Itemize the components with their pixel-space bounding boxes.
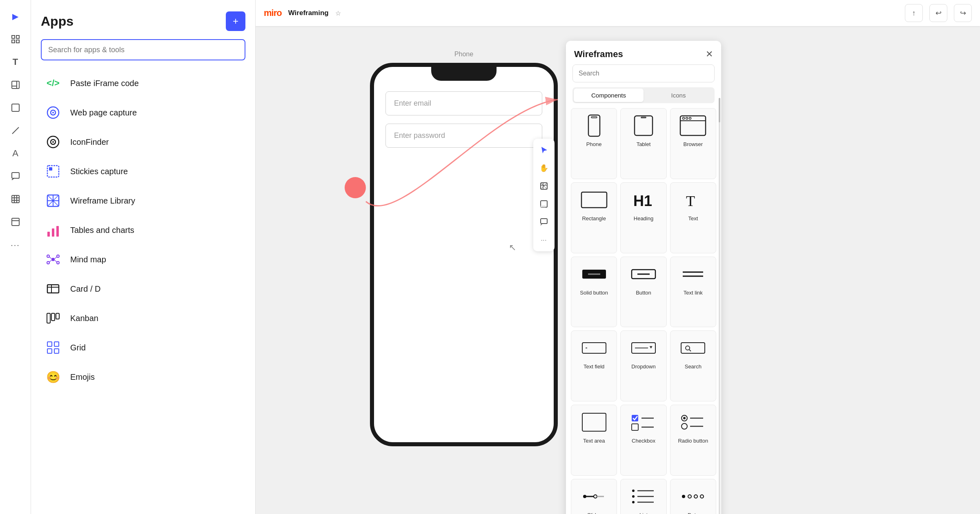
wire-solid-button-label: Solid button [580,290,608,296]
phone-frame-container: Phone Enter email Enter password [370,51,558,446]
wire-search-label: Search [685,363,702,370]
apps-add-button[interactable]: + [226,11,245,31]
wire-phone-icon [578,113,610,139]
wire-slider-label: Slider [587,512,601,514]
app-item-tables[interactable]: Tables and charts [41,215,245,245]
svg-line-8 [12,127,19,134]
svg-rect-15 [12,218,19,226]
phone-frame: Enter email Enter password [370,63,558,446]
frame-tool[interactable] [6,29,25,49]
mini-more-tool[interactable]: ··· [536,232,552,248]
wire-item-list[interactable]: List [620,479,666,514]
comment-tool[interactable] [6,166,25,186]
wire-list-icon [627,483,660,510]
svg-line-41 [55,260,57,262]
tables-label: Tables and charts [70,226,134,235]
wireframe-label: Wireframe Library [70,196,135,206]
wire-item-text-area[interactable]: Text area [571,405,617,476]
wire-item-phone[interactable]: Phone [571,108,617,179]
svg-point-36 [57,255,59,257]
email-field[interactable]: Enter email [385,91,542,115]
star-icon[interactable]: ☆ [335,9,341,17]
scrollbar-track[interactable] [719,98,720,514]
wire-item-search[interactable]: Search [670,330,716,401]
wire-dropdown-label: Dropdown [631,363,655,370]
wireframes-header: Wireframes ✕ [566,41,721,64]
app-item-mindmap[interactable]: Mind map [41,245,245,274]
wire-item-dots[interactable]: Dots [670,479,716,514]
wire-solid-button-icon [578,261,610,287]
app-item-grid[interactable]: Grid [41,333,245,362]
wireframes-close-button[interactable]: ✕ [706,49,713,60]
wire-item-rectangle[interactable]: Rectangle [571,182,617,253]
wire-item-checkbox[interactable]: Checkbox [620,405,666,476]
svg-rect-10 [12,195,19,203]
tab-components[interactable]: Components [574,89,644,102]
table-tool[interactable] [6,189,25,209]
upload-button[interactable]: ↑ [905,4,923,22]
wire-item-slider[interactable]: Slider [571,479,617,514]
pen-tool[interactable]: A [6,144,25,163]
wire-item-solid-button[interactable]: Solid button [571,257,617,328]
wire-item-heading[interactable]: H1 Heading [620,182,666,253]
wire-item-button[interactable]: Button [620,257,666,328]
line-tool[interactable] [6,121,25,140]
wireframes-title: Wireframes [574,49,623,60]
mini-sticky-tool[interactable] [536,196,552,212]
svg-point-66 [686,117,688,120]
text-tool[interactable]: T [6,52,25,72]
svg-line-39 [49,260,51,262]
redo-button[interactable]: ↪ [954,4,972,22]
card-icon [44,280,62,298]
app-item-stickies[interactable]: Stickies capture [41,157,245,186]
wire-item-text[interactable]: T Text [670,182,716,253]
undo-button[interactable]: ↩ [929,4,947,22]
scrollbar-thumb[interactable] [719,98,720,122]
password-field[interactable]: Enter password [385,124,542,148]
svg-rect-51 [54,349,59,353]
app-item-kanban[interactable]: Kanban [41,304,245,333]
svg-point-102 [632,501,635,503]
sticky-tool[interactable] [6,75,25,95]
cursor-tool[interactable]: ▶ [6,7,25,26]
upload-tool[interactable] [6,212,25,232]
web-capture-icon [44,104,62,122]
wire-dropdown-icon [627,335,660,361]
mini-cursor-tool[interactable] [536,142,552,158]
wire-item-browser[interactable]: Browser [670,108,716,179]
wire-item-dropdown[interactable]: Dropdown [620,330,666,401]
svg-rect-50 [47,349,52,353]
wire-item-text-link[interactable]: Text link [670,257,716,328]
app-item-web-capture[interactable]: Web page capture [41,98,245,127]
apps-search-input[interactable] [41,39,245,60]
svg-line-38 [49,257,51,259]
mini-comment-tool[interactable] [536,214,552,230]
wireframes-search-input[interactable] [572,64,715,82]
wire-button-icon [627,261,660,287]
wire-phone-label: Phone [586,141,602,147]
app-item-iconfinder[interactable]: IconFinder [41,127,245,157]
svg-point-92 [682,423,687,429]
wire-item-radio[interactable]: Radio button [670,405,716,476]
wire-item-tablet[interactable]: Tablet [620,108,666,179]
svg-point-35 [47,261,49,264]
svg-point-37 [57,261,59,264]
mini-hand-tool[interactable]: ✋ [536,160,552,176]
more-tools[interactable]: ··· [6,235,25,255]
tab-icons[interactable]: Icons [644,89,713,102]
web-capture-label: Web page capture [70,108,137,117]
wireframes-tabs: Components Icons [572,87,715,103]
svg-point-105 [688,495,691,498]
app-item-wireframe[interactable]: Wireframe Library [41,186,245,215]
mini-frame-tool[interactable] [536,178,552,194]
svg-point-98 [632,490,635,492]
wire-text-area-icon [578,409,610,435]
wireframes-grid: Phone Tablet [566,108,721,514]
app-item-emojis[interactable]: 😊 Emojis [41,362,245,392]
svg-rect-46 [51,313,55,321]
app-item-paste-iframe[interactable]: </> Paste iFrame code [41,69,245,98]
wire-item-text-field[interactable]: Text field [571,330,617,401]
grid-icon [44,339,62,357]
app-item-card[interactable]: Card / D [41,274,245,304]
shape-tool[interactable] [6,98,25,117]
